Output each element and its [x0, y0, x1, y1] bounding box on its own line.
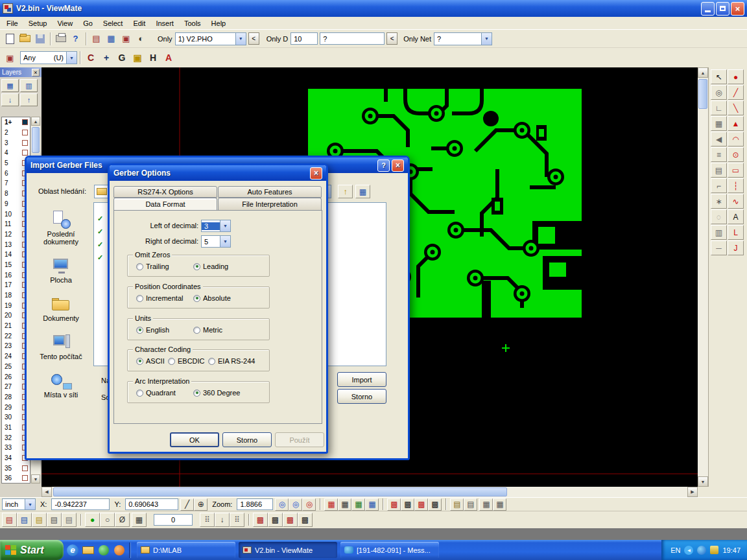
tab-auto-features[interactable]: Auto Features: [218, 186, 322, 198]
pattern-red1-icon[interactable]: ▩: [387, 498, 401, 511]
gerber-dialog-titlebar[interactable]: Gerber Options ×: [110, 165, 326, 181]
radio-metric[interactable]: Metric: [193, 326, 222, 334]
film-yellow-icon[interactable]: ▤: [32, 513, 47, 527]
film-gray-icon[interactable]: ▤: [464, 498, 477, 511]
layers-close-icon[interactable]: ×: [32, 69, 40, 76]
pattern-dark1-icon[interactable]: ▩: [401, 498, 414, 511]
import-cancel-button[interactable]: Storno: [337, 389, 386, 404]
minimize-button[interactable]: [701, 2, 715, 16]
layers-grid-button[interactable]: ▦: [1, 79, 19, 92]
step-tool-icon[interactable]: ⌐: [711, 178, 727, 193]
menu-item[interactable]: Go: [78, 18, 98, 29]
unit-select[interactable]: inch ▼: [2, 498, 36, 510]
dropdown-arrow-icon[interactable]: ▼: [481, 33, 492, 45]
radio-360-degree[interactable]: 360 Degree: [193, 389, 241, 397]
grid-dark-icon[interactable]: ▦: [338, 498, 351, 511]
tray-messenger-icon[interactable]: [697, 546, 706, 555]
scroll-down-icon[interactable]: ▼: [31, 474, 40, 484]
radio-trailing[interactable]: Trailing: [136, 262, 169, 270]
sine-tool-icon[interactable]: ∿: [728, 194, 744, 209]
circle-tool-icon[interactable]: ⊙: [728, 147, 744, 162]
diameter-icon[interactable]: Ø: [115, 513, 130, 527]
tab-rs274x-options[interactable]: RS274-X Options: [113, 186, 217, 198]
window-titlebar[interactable]: V2.bin - ViewMate ×: [0, 0, 747, 17]
zoom-in-icon[interactable]: ◎: [275, 498, 289, 511]
open-file-button[interactable]: [18, 32, 32, 46]
snap-down-icon[interactable]: ↓: [215, 513, 230, 527]
measure-icon[interactable]: ╱: [180, 498, 194, 511]
scroll-right-icon[interactable]: ▶: [687, 487, 698, 497]
scrollbar-thumb[interactable]: [32, 127, 40, 153]
layer-color-chip[interactable]: [22, 119, 28, 125]
net-select[interactable]: ? ▼: [434, 32, 492, 45]
origin-icon[interactable]: ⊕: [194, 498, 208, 511]
grid-tool-icon[interactable]: ▥: [711, 225, 727, 240]
table-edit-icon[interactable]: ▦: [479, 498, 493, 511]
layer-color-chip[interactable]: [22, 150, 28, 156]
cancel-button[interactable]: Storno: [222, 432, 272, 447]
radio-absolute[interactable]: Absolute: [193, 294, 231, 302]
j-trace-tool-icon[interactable]: J: [728, 240, 744, 255]
dropdown-arrow-icon[interactable]: ▼: [25, 499, 35, 509]
radio-eia-rs244[interactable]: EIA RS-244: [208, 357, 255, 365]
dialog-close-button[interactable]: ×: [392, 159, 404, 172]
layer-color-chip[interactable]: [22, 465, 28, 471]
menu-item[interactable]: Tools: [179, 18, 206, 29]
radio-leading[interactable]: Leading: [193, 262, 228, 270]
films-icon[interactable]: ▤: [89, 32, 104, 46]
canvas-vscrollbar[interactable]: ▲ ▼: [698, 67, 708, 487]
film-gold-icon[interactable]: ▤: [450, 498, 464, 511]
dashed-tool-icon[interactable]: ┆: [728, 178, 744, 193]
layers-table-button[interactable]: ▥: [20, 79, 38, 92]
quicklaunch-media-button[interactable]: [97, 544, 110, 557]
layer-row[interactable]: 35: [2, 463, 30, 473]
dot-grid2-icon[interactable]: ⠿: [230, 513, 244, 527]
layers-tool-icon[interactable]: ≡: [711, 147, 727, 162]
ruler-tool-icon[interactable]: ─: [711, 240, 727, 255]
task-viewmate[interactable]: V2.bin - ViewMate: [239, 542, 337, 558]
menu-item[interactable]: View: [52, 18, 78, 29]
print-button[interactable]: [53, 32, 68, 46]
file-selected-check-icon[interactable]: ✓: [97, 253, 103, 262]
flash-tool-icon[interactable]: ∗: [711, 194, 727, 209]
pan-tool-icon[interactable]: ◎: [711, 85, 727, 100]
layer-row[interactable]: 36: [2, 473, 30, 484]
grid-green-icon[interactable]: ▦: [351, 498, 365, 511]
dropdown-arrow-icon[interactable]: ▼: [66, 52, 77, 64]
board-button[interactable]: ▣: [3, 51, 18, 65]
radio-ascii[interactable]: ASCII: [136, 357, 165, 365]
round-pad-tool-icon[interactable]: ●: [728, 69, 744, 84]
scroll-up-icon[interactable]: ▲: [31, 117, 40, 126]
right-of-decimal-select[interactable]: 5 ▼: [201, 235, 231, 248]
dropdown-arrow-icon[interactable]: ▼: [220, 236, 230, 247]
radio-english[interactable]: English: [136, 326, 169, 334]
film-blue-icon[interactable]: ▤: [17, 513, 32, 527]
file-selected-check-icon[interactable]: ✓: [97, 240, 103, 249]
text-tool-icon[interactable]: A: [728, 209, 744, 224]
tab-data-format[interactable]: Data Format: [113, 198, 217, 210]
l-trace-tool-icon[interactable]: L: [728, 225, 744, 240]
dropdown-arrow-icon[interactable]: ▼: [235, 33, 246, 45]
menu-item[interactable]: Help: [206, 18, 231, 29]
view-menu-button[interactable]: ▦: [355, 185, 370, 198]
layers-panel-titlebar[interactable]: Layers ×: [0, 67, 42, 77]
dcode-input[interactable]: 10: [290, 32, 318, 45]
new-file-button[interactable]: [3, 32, 18, 46]
scrollbar-thumb[interactable]: [698, 79, 707, 109]
square-pad-tool-icon[interactable]: ▦: [711, 116, 727, 131]
quicklaunch-browser-button[interactable]: [113, 544, 126, 557]
menu-item[interactable]: Select: [98, 18, 128, 29]
pad-pattern3-icon[interactable]: ▩: [283, 513, 298, 527]
task-messenger[interactable]: [191-482-091] - Mess...: [340, 542, 439, 558]
aperture-tool-icon[interactable]: A: [161, 50, 176, 65]
left-of-decimal-select[interactable]: 3 ▼: [201, 220, 231, 232]
place-recent-documents[interactable]: Poslední dokumenty: [32, 211, 90, 246]
file-selected-check-icon[interactable]: ✓: [97, 228, 103, 236]
corner-tool-icon[interactable]: ∟: [711, 100, 727, 115]
start-button[interactable]: Start: [0, 540, 64, 560]
place-network[interactable]: Místa v síti: [32, 371, 90, 399]
layer-table-icon[interactable]: ▦: [104, 32, 119, 46]
component-tool-icon[interactable]: C: [83, 50, 99, 65]
menu-item[interactable]: File: [1, 18, 23, 29]
radio-ebcdic[interactable]: EBCDIC: [168, 357, 205, 365]
